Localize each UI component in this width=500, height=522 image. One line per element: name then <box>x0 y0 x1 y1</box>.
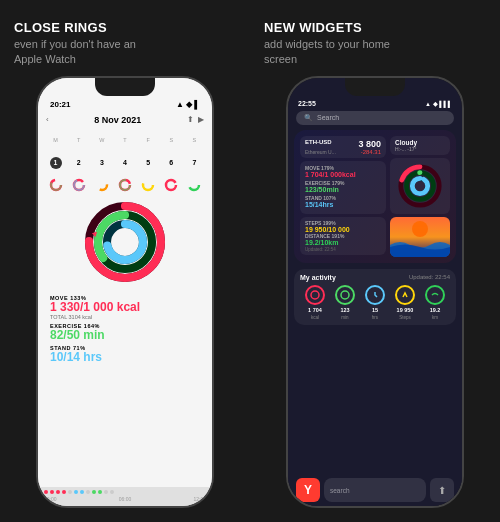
act-val-min: 123 <box>340 307 349 313</box>
act-label-hrs: hrs <box>372 315 378 320</box>
ring-dot-6 <box>163 177 179 193</box>
cal-label-t: T <box>69 131 89 151</box>
crypto-name: ETH-USD <box>305 139 332 149</box>
cal-label-m: M <box>46 131 66 151</box>
act-item-steps: 19 950 Steps <box>395 285 415 320</box>
app-logo-icon: Y <box>304 483 312 497</box>
crypto-sub: Ethereum U... <box>305 149 336 155</box>
tdot-3 <box>56 490 60 494</box>
cal-label-t2: T <box>115 131 135 151</box>
my-activity-title: My activity <box>300 274 336 281</box>
act-item-km: 19.2 km <box>425 285 445 320</box>
exercise-widget-value: 123/50min <box>305 186 381 193</box>
right-searchbar[interactable]: 🔍 Search <box>296 111 454 125</box>
main-rings-area <box>38 193 212 291</box>
timeline-dots <box>44 490 206 494</box>
left-notch <box>95 78 155 96</box>
act-label-steps: Steps <box>399 315 411 320</box>
tdot-10 <box>98 490 102 494</box>
svg-point-4 <box>97 180 107 190</box>
move-stat: MOVE 133% 1 330/1 000 kcal TOTAL 3104 kc… <box>50 295 200 320</box>
timeline-label-1: 09:00 <box>44 496 57 502</box>
svg-point-8 <box>166 180 176 190</box>
ring-dots-row <box>38 177 212 193</box>
move-widget-stat: MOVE 179% 1 704/1 000kcal <box>305 165 381 178</box>
left-play-icon: ▶ <box>198 115 204 124</box>
crypto-price: 3 800 <box>358 139 381 149</box>
tdot-11 <box>104 490 108 494</box>
bottom-app-icon[interactable]: Y <box>296 478 320 502</box>
left-phone: 20:21 ▲ ◆ ▌ ‹ 8 Nov 2021 ⬆ ▶ M T W T F S <box>36 76 214 508</box>
bottom-search-label: search <box>330 487 350 494</box>
left-header: ‹ 8 Nov 2021 ⬆ ▶ <box>38 113 212 129</box>
cal-day-6: 6 <box>161 153 181 173</box>
main-widget-card: ETH-USD 3 800 Ethereum U... -284.31 MOVE… <box>294 130 456 263</box>
steps-value: 19 950/10 000 <box>305 226 381 233</box>
timeline-label-2: 06:00 <box>119 496 132 502</box>
act-item-kcal: 1 704 kcal <box>305 285 325 320</box>
move-sub: TOTAL 3104 kcal <box>50 314 200 320</box>
weather-temp: H:-... -17° <box>395 146 445 152</box>
activity-rings-svg <box>80 197 170 287</box>
left-time: 20:21 <box>50 100 70 109</box>
ring-dot-4 <box>117 177 133 193</box>
calendar-day-labels: M T W T F S S <box>44 131 206 151</box>
act-val-km: 19.2 <box>430 307 441 313</box>
left-panel-subtitle: even if you don't have anApple Watch <box>14 37 136 68</box>
cal-label-f: F <box>138 131 158 151</box>
svg-point-22 <box>412 178 427 193</box>
activity-stats-widget: MOVE 179% 1 704/1 000kcal EXERCISE 179% … <box>300 161 386 214</box>
bottom-share-icon[interactable]: ⬆ <box>430 478 454 502</box>
right-notch <box>345 78 405 96</box>
move-value: 1 330/1 000 kcal <box>50 301 200 314</box>
svg-point-9 <box>189 180 199 190</box>
bottom-search-bar[interactable]: search <box>324 478 426 502</box>
tdot-12 <box>110 490 114 494</box>
right-screen: 22:55 ▲ ◆ ▌▌▌ 🔍 Search ETH-USD 3 800 <box>288 78 462 506</box>
exercise-widget-stat: EXERCISE 179% 123/50min <box>305 180 381 193</box>
stand-widget-value: 15/14hrs <box>305 201 381 208</box>
right-bottombar: Y search ⬆ <box>288 474 462 506</box>
tdot-5 <box>68 490 72 494</box>
right-time: 22:55 <box>298 100 316 107</box>
weather-widget: Cloudy H:-... -17° <box>390 136 450 155</box>
move-widget-value: 1 704/1 000kcal <box>305 171 381 178</box>
tdot-6 <box>74 490 78 494</box>
left-screen: 20:21 ▲ ◆ ▌ ‹ 8 Nov 2021 ⬆ ▶ M T W T F S <box>38 78 212 506</box>
right-phone: 22:55 ▲ ◆ ▌▌▌ 🔍 Search ETH-USD 3 800 <box>286 76 464 508</box>
calendar-nums: 1 2 3 4 5 6 7 <box>44 153 206 173</box>
activity-icons-row: 1 704 kcal 123 min <box>300 285 450 320</box>
act-circle-kcal <box>305 285 325 305</box>
cal-day-2: 2 <box>69 153 89 173</box>
act-label-kcal: kcal <box>311 315 319 320</box>
cal-day-3: 3 <box>92 153 112 173</box>
cal-day-5: 5 <box>138 153 158 173</box>
tdot-8 <box>86 490 90 494</box>
act-circle-km <box>425 285 445 305</box>
beach-widget <box>390 217 450 257</box>
stand-stat: STAND 71% 10/14 hrs <box>50 345 200 364</box>
cal-day-7: 7 <box>184 153 204 173</box>
tdot-9 <box>92 490 96 494</box>
act-circle-min <box>335 285 355 305</box>
act-val-kcal: 1 704 <box>308 307 322 313</box>
tdot-7 <box>80 490 84 494</box>
search-label: Search <box>317 114 339 121</box>
share-icon: ⬆ <box>438 485 446 496</box>
right-status-icons: ▲ ◆ ▌▌▌ <box>425 100 452 107</box>
cal-day-1: 1 <box>46 153 66 173</box>
tdot-1 <box>44 490 48 494</box>
my-activity-header: My activity Updated: 22:54 <box>300 274 450 281</box>
exercise-stat: EXERCISE 164% 82/50 min <box>50 323 200 342</box>
left-date: 8 Nov 2021 <box>49 115 187 125</box>
tdot-4 <box>62 490 66 494</box>
act-item-hrs: 15 hrs <box>365 285 385 320</box>
left-status-icons: ▲ ◆ ▌ <box>176 100 200 109</box>
svg-point-24 <box>412 221 428 237</box>
cal-label-w: W <box>92 131 112 151</box>
exercise-value: 82/50 min <box>50 329 200 342</box>
distance-value: 19.2/10km <box>305 239 381 246</box>
left-share-icon: ⬆ <box>187 115 194 124</box>
act-val-hrs: 15 <box>372 307 378 313</box>
cal-label-s: S <box>161 131 181 151</box>
